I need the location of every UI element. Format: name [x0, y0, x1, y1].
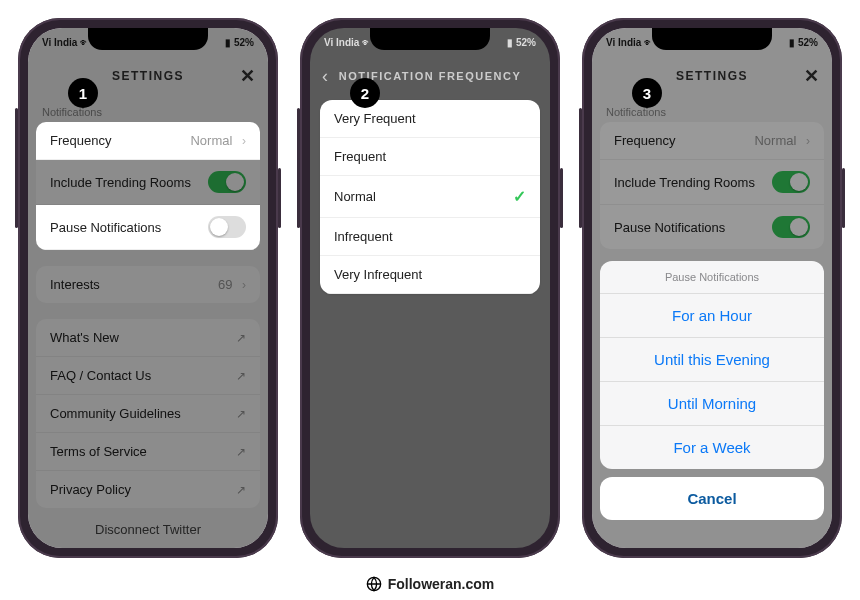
carrier-label: Vi India: [606, 37, 641, 48]
faq-row[interactable]: FAQ / Contact Us ↗: [36, 357, 260, 395]
pause-option-week[interactable]: For a Week: [600, 426, 824, 469]
battery-icon: ▮: [507, 37, 513, 48]
action-sheet-backdrop[interactable]: Pause Notifications For an Hour Until th…: [592, 28, 832, 548]
freq-label: Very Frequent: [334, 111, 416, 126]
navbar: SETTINGS ✕: [28, 56, 268, 96]
interests-count: 69: [218, 277, 232, 292]
freq-label: Frequent: [334, 149, 386, 164]
battery-icon: ▮: [789, 37, 795, 48]
freq-label: Very Infrequent: [334, 267, 422, 282]
frequency-row[interactable]: Frequency Normal ›: [36, 122, 260, 160]
carrier-label: Vi India: [324, 37, 359, 48]
notifications-section-label: Notifications: [28, 96, 268, 122]
notch: [88, 28, 208, 50]
phone-1: Vi India ᯤ 4:59 PM ▮ 52% SETTINGS ✕ 1 No…: [18, 18, 278, 558]
interests-label: Interests: [50, 277, 100, 292]
pause-option-morning[interactable]: Until Morning: [600, 382, 824, 426]
faq-label: FAQ / Contact Us: [50, 368, 151, 383]
footer-text: Followeran.com: [388, 576, 495, 592]
battery-pct: 52%: [234, 37, 254, 48]
freq-option-infrequent[interactable]: Infrequent: [320, 218, 540, 256]
step-number: 2: [361, 85, 369, 102]
trending-toggle[interactable]: [208, 171, 246, 193]
chevron-right-icon: ›: [242, 134, 246, 148]
notifications-group: Frequency Normal › Include Trending Room…: [36, 122, 260, 250]
frequency-options-card: Very Frequent Frequent Normal ✓ Infreque…: [320, 100, 540, 294]
guidelines-row[interactable]: Community Guidelines ↗: [36, 395, 260, 433]
freq-option-normal[interactable]: Normal ✓: [320, 176, 540, 218]
notch: [370, 28, 490, 50]
globe-icon: [366, 576, 382, 592]
interests-group: Interests 69 ›: [36, 266, 260, 303]
privacy-row[interactable]: Privacy Policy ↗: [36, 471, 260, 508]
pause-label: Pause Notifications: [50, 220, 161, 235]
freq-option-very-frequent[interactable]: Very Frequent: [320, 100, 540, 138]
external-icon: ↗: [236, 483, 246, 497]
pause-cancel-button[interactable]: Cancel: [600, 477, 824, 520]
step-badge-1: 1: [68, 78, 98, 108]
sheet-title: Pause Notifications: [600, 261, 824, 294]
notch: [652, 28, 772, 50]
whats-new-row[interactable]: What's New ↗: [36, 319, 260, 357]
step-number: 3: [643, 85, 651, 102]
disconnect-twitter[interactable]: Disconnect Twitter: [28, 508, 268, 548]
close-icon[interactable]: ✕: [240, 65, 257, 87]
frequency-value: Normal: [190, 133, 232, 148]
check-icon: ✓: [513, 187, 526, 206]
external-icon: ↗: [236, 407, 246, 421]
navbar: ‹ NOTIFICATION FREQUENCY: [310, 56, 550, 96]
trending-row[interactable]: Include Trending Rooms: [36, 160, 260, 205]
trending-label: Include Trending Rooms: [50, 175, 191, 190]
links-group: What's New ↗ FAQ / Contact Us ↗ Communit…: [36, 319, 260, 508]
footer: Followeran.com: [0, 576, 860, 592]
carrier-label: Vi India: [42, 37, 77, 48]
step-badge-2: 2: [350, 78, 380, 108]
external-icon: ↗: [236, 369, 246, 383]
back-icon[interactable]: ‹: [322, 66, 330, 87]
phone-3: Vi India ᯤ 4:59 PM ▮ 52% SETTINGS ✕ 3 No…: [582, 18, 842, 558]
whats-new-label: What's New: [50, 330, 119, 345]
freq-label: Normal: [334, 189, 376, 204]
page-title: SETTINGS: [112, 69, 184, 83]
tos-row[interactable]: Terms of Service ↗: [36, 433, 260, 471]
frequency-label: Frequency: [50, 133, 111, 148]
tos-label: Terms of Service: [50, 444, 147, 459]
freq-option-frequent[interactable]: Frequent: [320, 138, 540, 176]
step-badge-3: 3: [632, 78, 662, 108]
chevron-right-icon: ›: [242, 278, 246, 292]
guidelines-label: Community Guidelines: [50, 406, 181, 421]
phone-2: Vi India ᯤ 4:57 PM ▮ 52% ‹ NOTIFICATION …: [300, 18, 560, 558]
freq-option-very-infrequent[interactable]: Very Infrequent: [320, 256, 540, 294]
privacy-label: Privacy Policy: [50, 482, 131, 497]
interests-row[interactable]: Interests 69 ›: [36, 266, 260, 303]
freq-label: Infrequent: [334, 229, 393, 244]
pause-option-hour[interactable]: For an Hour: [600, 294, 824, 338]
pause-row[interactable]: Pause Notifications: [36, 205, 260, 250]
step-number: 1: [79, 85, 87, 102]
battery-pct: 52%: [798, 37, 818, 48]
external-icon: ↗: [236, 445, 246, 459]
battery-pct: 52%: [516, 37, 536, 48]
pause-toggle[interactable]: [208, 216, 246, 238]
pause-option-evening[interactable]: Until this Evening: [600, 338, 824, 382]
pause-action-sheet: Pause Notifications For an Hour Until th…: [600, 261, 824, 469]
battery-icon: ▮: [225, 37, 231, 48]
external-icon: ↗: [236, 331, 246, 345]
